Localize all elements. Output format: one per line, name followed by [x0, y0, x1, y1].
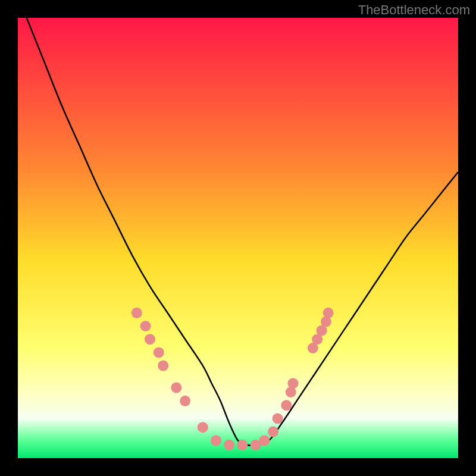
chart-frame: [0, 0, 476, 476]
watermark-text: TheBottleneck.com: [358, 2, 470, 18]
